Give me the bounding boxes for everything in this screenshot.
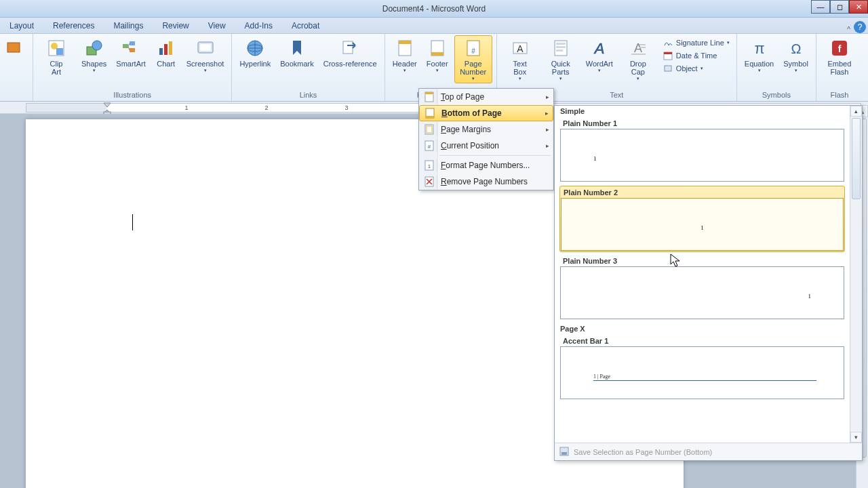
chart-button[interactable]: Chart (152, 35, 180, 70)
page-number-button[interactable]: # Page Number▾ (454, 35, 492, 83)
group-links: Hyperlink Bookmark Cross-reference Links (232, 34, 384, 101)
header-icon (394, 37, 416, 59)
svg-rect-36 (665, 66, 671, 71)
submenu-arrow-icon: ▸ (546, 126, 549, 133)
tab-addins[interactable]: Add-Ins (235, 18, 282, 33)
menu-remove-page-numbers[interactable]: Remove Page Numbers (419, 174, 553, 190)
submenu-arrow-icon: ▸ (545, 110, 549, 117)
gallery-scroll-down[interactable]: ▾ (850, 432, 862, 443)
flash-icon: f (829, 37, 850, 59)
tab-view[interactable]: View (199, 18, 235, 33)
clip-art-icon (45, 37, 67, 59)
smartart-button[interactable]: SmartArt (113, 35, 149, 70)
menu-bottom-of-page[interactable]: Bottom of Page ▸ (419, 105, 553, 121)
embed-flash-button[interactable]: f Embed Flash (821, 35, 859, 78)
svg-rect-31 (639, 44, 646, 45)
gallery-category-simple: Simple (557, 106, 847, 117)
minimize-button[interactable]: — (811, 0, 830, 14)
signature-icon (663, 37, 673, 48)
text-box-button[interactable]: A Text Box▾ (501, 35, 539, 83)
bookmark-icon (286, 37, 308, 59)
svg-rect-32 (639, 47, 646, 48)
tab-mailings[interactable]: Mailings (104, 18, 153, 33)
gallery-scroll-up[interactable]: ▴ (850, 106, 862, 117)
gallery-item-plain-number-3[interactable]: Plain Number 3 1 (560, 256, 844, 319)
svg-rect-28 (556, 49, 563, 52)
date-time-icon (663, 50, 673, 61)
gallery-item-accent-bar-1[interactable]: Accent Bar 1 1 | Page (560, 336, 844, 399)
svg-text:f: f (838, 43, 842, 54)
svg-text:1: 1 (427, 163, 431, 169)
group-label-symbols: Symbols (762, 91, 791, 100)
group-label-text: Text (610, 91, 623, 100)
svg-text:A: A (517, 43, 524, 54)
footer-icon (427, 37, 448, 59)
drop-cap-button[interactable]: A Drop Cap▾ (619, 35, 657, 83)
header-button[interactable]: Header▾ (389, 35, 420, 75)
shapes-icon (83, 37, 105, 59)
signature-line-button[interactable]: Signature Line ▾ (660, 37, 732, 49)
wordart-icon: A (589, 37, 610, 59)
svg-rect-45 (425, 92, 433, 94)
group-illustrations: Clip Art Shapes▾ SmartArt Chart Screensh… (33, 34, 232, 101)
gallery-scrollbar[interactable]: ▴ ▾ (850, 106, 862, 443)
hyperlink-icon (244, 37, 266, 59)
menu-format-page-numbers[interactable]: 1 Format Page Numbers... (419, 157, 553, 174)
close-button[interactable]: ✕ (849, 0, 868, 14)
svg-rect-18 (399, 41, 411, 44)
quick-parts-button[interactable]: Quick Parts▾ (542, 35, 580, 83)
text-box-icon: A (509, 37, 531, 59)
gallery-item-plain-number-1[interactable]: Plain Number 1 1 (560, 118, 844, 182)
menu-top-of-page[interactable]: Top of Page ▸ (419, 89, 553, 105)
shape-icon (3, 37, 25, 59)
save-selection-label: Save Selection as Page Number (Bottom) (574, 448, 712, 456)
menu-page-margins[interactable]: Page Margins ▸ (419, 121, 553, 138)
gallery-item-plain-number-2[interactable]: Plain Number 2 1 (559, 186, 845, 252)
svg-rect-35 (664, 52, 672, 54)
screenshot-button[interactable]: Screenshot▾ (183, 35, 228, 75)
svg-rect-7 (130, 41, 135, 45)
equation-button[interactable]: π Equation▾ (741, 35, 777, 75)
menu-page-margins-label: age Margins (446, 125, 491, 134)
group-label-illustrations: Illustrations (113, 91, 151, 100)
tab-references[interactable]: References (43, 18, 104, 33)
text-cursor (132, 214, 133, 230)
titlebar: Document4 - Microsoft Word — ◻ ✕ ^ ? (0, 0, 868, 18)
date-time-button[interactable]: Date & Time (660, 49, 732, 62)
cross-reference-button[interactable]: Cross-reference (320, 35, 380, 70)
button-unknown-left[interactable] (0, 35, 28, 70)
format-icon: 1 (422, 159, 437, 172)
object-button[interactable]: Object ▾ (660, 62, 732, 75)
wordart-button[interactable]: A WordArt▾ (583, 35, 616, 75)
page-number-menu: Top of Page ▸ Bottom of Page ▸ Page Marg… (418, 88, 554, 190)
footer-button[interactable]: Footer▾ (423, 35, 452, 75)
page-bottom-icon (422, 106, 437, 120)
svg-rect-13 (200, 44, 211, 51)
drop-cap-icon: A (627, 37, 649, 59)
menu-current-position[interactable]: # Current Position ▸ (419, 138, 553, 154)
tab-acrobat[interactable]: Acrobat (282, 18, 329, 33)
submenu-arrow-icon: ▸ (546, 142, 549, 149)
maximize-button[interactable]: ◻ (830, 0, 849, 14)
tab-review[interactable]: Review (153, 18, 198, 33)
gallery-footer: Save Selection as Page Number (Bottom) (555, 443, 862, 460)
help-button[interactable]: ? (854, 21, 866, 33)
clip-art-button[interactable]: Clip Art (37, 35, 75, 78)
symbol-button[interactable]: Ω Symbol▾ (780, 35, 812, 75)
page-top-icon (422, 90, 437, 104)
svg-text:π: π (754, 40, 764, 57)
svg-rect-47 (426, 116, 434, 118)
ribbon-tabs: Layout References Mailings Review View A… (0, 18, 868, 34)
hyperlink-button[interactable]: Hyperlink (236, 35, 274, 70)
ribbon-minimize-icon[interactable]: ^ (847, 26, 850, 33)
svg-rect-16 (343, 41, 353, 54)
svg-rect-20 (431, 52, 443, 56)
gallery-scroll-thumb[interactable] (852, 118, 861, 199)
bookmark-button[interactable]: Bookmark (277, 35, 317, 70)
tab-layout[interactable]: Layout (0, 18, 43, 33)
svg-rect-9 (159, 48, 163, 55)
shapes-button[interactable]: Shapes▾ (78, 35, 110, 75)
svg-rect-56 (561, 452, 567, 455)
svg-rect-3 (56, 48, 63, 55)
remove-icon (422, 175, 437, 188)
